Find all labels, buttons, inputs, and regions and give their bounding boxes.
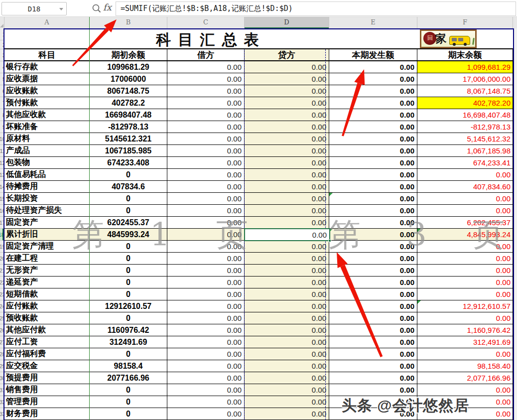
cell-f-待处理资产损失[interactable]: 0.00 xyxy=(417,205,513,216)
row-number[interactable]: 24 xyxy=(0,300,3,312)
cell-b-财务费用[interactable]: 0 xyxy=(90,408,167,420)
cell-d-销售费用[interactable]: 0.00 xyxy=(245,384,329,396)
select-all-corner[interactable] xyxy=(0,17,4,28)
cell-f-银行存款[interactable]: 1,099,681.29 xyxy=(417,61,513,73)
cell-f-累计折旧[interactable]: 4,845,993.24 xyxy=(417,229,513,240)
cell-c-应收票据[interactable]: 0.00 xyxy=(167,73,245,85)
cell-b-累计折旧[interactable]: 4845993.24 xyxy=(90,229,167,240)
column-header-F[interactable]: F xyxy=(417,17,513,28)
cell-f-低值易耗品[interactable]: 0.00 xyxy=(417,169,513,180)
cell-e-待处理资产损失[interactable]: 0.00 xyxy=(329,205,417,216)
cell-d-递延资产[interactable]: 0.00 xyxy=(245,277,329,288)
cell-b-银行存款[interactable]: 1099681.29 xyxy=(90,61,167,73)
cell-d-应付福利费[interactable]: 0.00 xyxy=(245,348,329,360)
row-number[interactable]: 2 xyxy=(0,40,3,49)
cell-c-待摊费用[interactable]: 0.00 xyxy=(167,181,245,192)
cell-a-应收账款[interactable]: 应收账款 xyxy=(4,85,90,97)
cell-b-销售费用[interactable]: 0 xyxy=(90,384,167,396)
row-number[interactable]: 12 xyxy=(0,157,3,169)
cell-a-应付福利费[interactable]: 应付福利费 xyxy=(4,348,90,360)
cell-b-长期投资[interactable]: 0 xyxy=(90,193,167,204)
cell-d-财务费用[interactable]: 0.00 xyxy=(245,408,329,420)
cell-b-应付工资[interactable]: 312491.69 xyxy=(90,336,167,348)
cell-e-原材料[interactable]: 0.00 xyxy=(329,133,417,144)
cell-b-低值易耗品[interactable]: 0 xyxy=(90,169,167,180)
cell-c-银行存款[interactable]: 0.00 xyxy=(167,61,245,73)
cell-f-销售费用[interactable]: 0.00 xyxy=(417,384,513,396)
cell-a-其他应收款[interactable]: 其他应收款 xyxy=(4,109,90,121)
cell-e-应付工资[interactable]: 0.00 xyxy=(329,336,417,348)
cell-d-低值易耗品[interactable]: 0.00 xyxy=(245,169,329,180)
magnifier-icon[interactable] xyxy=(92,3,102,13)
row-number[interactable]: 3 xyxy=(0,49,3,61)
cell-d-应收票据[interactable]: 0.00 xyxy=(245,73,329,85)
cell-f-产成品[interactable]: 1,067,185.98 xyxy=(417,145,513,156)
cell-f-原材料[interactable]: 5,145,612.32 xyxy=(417,133,513,144)
cell-e-银行存款[interactable]: 0.00 xyxy=(329,61,417,73)
cell-e-固定资产[interactable]: 0.00 xyxy=(329,217,417,228)
column-header-D[interactable]: D xyxy=(245,17,329,28)
chevron-down-icon[interactable] xyxy=(59,8,63,10)
cell-a-应付工资[interactable]: 应付工资 xyxy=(4,336,90,348)
cell-c-管理费用[interactable]: 0.00 xyxy=(167,396,245,408)
cell-a-待摊费用[interactable]: 待摊费用 xyxy=(4,181,90,192)
cell-b-应交税金[interactable]: 98158.4 xyxy=(90,360,167,372)
cell-b-预收账款[interactable]: 0 xyxy=(90,312,167,324)
row-number[interactable]: 29 xyxy=(0,360,3,372)
cell-c-低值易耗品[interactable]: 0.00 xyxy=(167,169,245,180)
cell-e-长期投资[interactable]: 0.00 xyxy=(329,193,417,204)
cell-c-其他应付款[interactable]: 0.00 xyxy=(167,324,245,336)
row-number[interactable]: 11 xyxy=(0,145,3,157)
cell-a-固定资产清理[interactable]: 固定资产清理 xyxy=(4,241,90,252)
fx-icon[interactable]: fx xyxy=(103,2,112,12)
cell-f-无形资产[interactable]: 0.00 xyxy=(417,265,513,276)
row-number[interactable]: 28 xyxy=(0,348,3,360)
cell-b-其他应付款[interactable]: 1160976.42 xyxy=(90,324,167,336)
row-number[interactable]: 9 xyxy=(0,121,3,133)
cell-c-产成品[interactable]: 0.00 xyxy=(167,145,245,156)
cell-name-box[interactable]: D18 xyxy=(1,2,67,15)
cell-e-坏账准备[interactable]: 0.00 xyxy=(329,121,417,133)
cell-d-预收账款[interactable]: 0.00 xyxy=(245,312,329,324)
cell-e-应收票据[interactable]: 0.00 xyxy=(329,73,417,85)
cell-c-应收账款[interactable]: 0.00 xyxy=(167,85,245,97)
cell-c-坏账准备[interactable]: 0.00 xyxy=(167,121,245,133)
cell-d-产成品[interactable]: 0.00 xyxy=(245,145,329,156)
cell-b-预提费用[interactable]: 2077166.96 xyxy=(90,372,167,384)
cell-d-坏账准备[interactable]: 0.00 xyxy=(245,121,329,133)
row-number[interactable]: 8 xyxy=(0,109,3,121)
fill-handle[interactable] xyxy=(328,239,331,242)
cell-f-其他应收款[interactable]: 16,698,407.48 xyxy=(417,109,513,121)
cell-d-原材料[interactable]: 0.00 xyxy=(245,133,329,144)
cell-d-无形资产[interactable]: 0.00 xyxy=(245,265,329,276)
cell-c-应付工资[interactable]: 0.00 xyxy=(167,336,245,348)
cell-c-短期借款[interactable]: 0.00 xyxy=(167,288,245,300)
row-number[interactable]: 18 xyxy=(0,229,3,241)
row-number[interactable]: 31 xyxy=(0,384,3,396)
cell-d-银行存款[interactable]: 0.00 xyxy=(245,61,329,73)
cell-a-其他应付款[interactable]: 其他应付款 xyxy=(4,324,90,336)
cell-f-其他应付款[interactable]: 1,160,976.42 xyxy=(417,324,513,336)
cell-c-无形资产[interactable]: 0.00 xyxy=(167,265,245,276)
cell-b-应收票据[interactable]: 17006000 xyxy=(90,73,167,85)
cell-b-应付福利费[interactable]: 0 xyxy=(90,348,167,360)
cell-d-长期投资[interactable]: 0.00 xyxy=(245,193,329,204)
cell-e-在建工程[interactable]: 0.00 xyxy=(329,253,417,264)
cell-a-坏账准备[interactable]: 坏账准备 xyxy=(4,121,90,133)
row-number[interactable]: 16 xyxy=(0,205,3,217)
cell-a-应交税金[interactable]: 应交税金 xyxy=(4,360,90,372)
cell-a-银行存款[interactable]: 银行存款 xyxy=(4,61,90,73)
cell-a-低值易耗品[interactable]: 低值易耗品 xyxy=(4,169,90,180)
row-number[interactable]: 30 xyxy=(0,372,3,384)
cell-f-短期借款[interactable]: 0.00 xyxy=(417,288,513,300)
cell-d-管理费用[interactable]: 0.00 xyxy=(245,396,329,408)
cell-d-预提费用[interactable]: 0.00 xyxy=(245,372,329,384)
cell-a-固定资产[interactable]: 固定资产 xyxy=(4,217,90,228)
selected-cell-D18[interactable]: 0.00 xyxy=(244,228,330,241)
cell-d-其他应付款[interactable]: 0.00 xyxy=(245,324,329,336)
cell-a-财务费用[interactable]: 财务费用 xyxy=(4,408,90,420)
cell-a-待处理资产损失[interactable]: 待处理资产损失 xyxy=(4,205,90,216)
row-number[interactable]: 15 xyxy=(0,193,3,205)
cell-a-包装物[interactable]: 包装物 xyxy=(4,157,90,168)
row-number[interactable]: 25 xyxy=(0,312,3,324)
